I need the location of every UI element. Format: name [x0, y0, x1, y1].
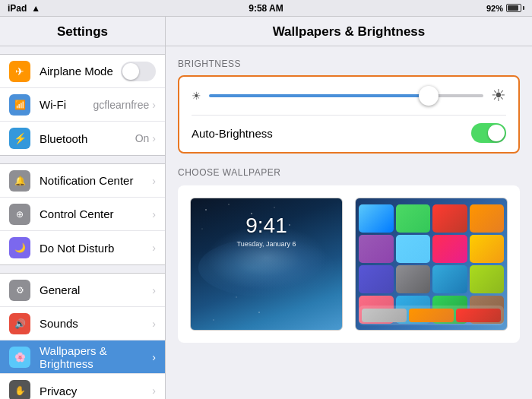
privacy-label: Privacy	[40, 385, 149, 397]
svg-point-5	[289, 224, 290, 226]
sidebar-item-wifi[interactable]: 📶 Wi-Fi gcflearnfree ›	[0, 88, 165, 122]
sidebar-item-wallpaper[interactable]: 🌸 Wallpapers & Brightness ›	[0, 340, 165, 374]
content-body: BRIGHTNESS ☀ ☀ Auto-Brightness	[166, 46, 532, 355]
airplane-label: Airplane Mode	[40, 65, 121, 78]
app-icon	[470, 265, 505, 293]
svg-point-7	[258, 312, 260, 313]
general-label: General	[40, 283, 149, 296]
svg-point-4	[201, 228, 202, 229]
wallpaper-chevron: ›	[152, 351, 156, 363]
app-icon	[470, 235, 505, 263]
wallpaper-icon: 🌸	[9, 347, 30, 368]
app-icon	[396, 265, 431, 293]
privacy-icon: ✋	[9, 380, 30, 399]
content-area: Wallpapers & Brightness BRIGHTNESS ☀ ☀ A…	[166, 17, 532, 399]
dock-icon	[456, 309, 501, 322]
sidebar-group-preferences: ⚙ General › 🔊 Sounds › 🌸 Wallpapers & Br…	[0, 273, 165, 399]
svg-point-1	[228, 204, 230, 205]
sidebar-title: Settings	[0, 17, 165, 46]
dnd-chevron: ›	[152, 242, 156, 254]
sidebar: Settings ✈ Airplane Mode 📶 Wi-Fi gcflear…	[0, 17, 166, 399]
dnd-icon: 🌙	[9, 237, 30, 258]
svg-point-3	[274, 207, 275, 208]
wifi-icon: ▲	[31, 3, 40, 14]
svg-point-6	[236, 296, 237, 298]
app-icon	[470, 204, 505, 233]
dnd-label: Do Not Disturb	[40, 242, 149, 255]
content-title: Wallpapers & Brightness	[166, 17, 532, 46]
status-time: 9:58 AM	[249, 3, 283, 14]
privacy-chevron: ›	[152, 385, 156, 397]
notification-label: Notification Center	[40, 174, 149, 187]
wifi-label: Wi-Fi	[40, 98, 93, 111]
auto-brightness-row: Auto-Brightness	[192, 115, 506, 143]
wallpaper-label: Wallpapers & Brightness	[40, 344, 149, 370]
sounds-label: Sounds	[40, 317, 149, 330]
sidebar-item-bluetooth[interactable]: ⚡ Bluetooth On ›	[0, 122, 165, 155]
lockscreen-wallpaper[interactable]: 9:41 Tuesday, January 6	[190, 198, 343, 331]
control-label: Control Center	[40, 207, 149, 220]
bluetooth-value: On	[135, 132, 150, 144]
battery-percent: 92%	[486, 4, 503, 13]
device-label: iPad	[8, 3, 27, 14]
battery-icon	[506, 4, 524, 12]
bluetooth-chevron: ›	[152, 132, 156, 144]
auto-brightness-toggle[interactable]	[471, 123, 506, 143]
notification-chevron: ›	[152, 175, 156, 187]
bluetooth-icon: ⚡	[9, 128, 30, 149]
auto-brightness-label: Auto-Brightness	[192, 127, 273, 140]
sun-large-icon: ☀	[491, 86, 506, 106]
status-left: iPad ▲	[8, 3, 40, 14]
sun-small-icon: ☀	[192, 90, 201, 102]
control-chevron: ›	[152, 208, 156, 220]
status-right: 92%	[486, 4, 524, 13]
brightness-section-label: BRIGHTNESS	[178, 59, 520, 69]
sidebar-group-connectivity: ✈ Airplane Mode 📶 Wi-Fi gcflearnfree › ⚡	[0, 54, 165, 156]
sidebar-item-privacy[interactable]: ✋ Privacy ›	[0, 374, 165, 399]
dock-icon	[409, 309, 454, 322]
app-icon	[432, 265, 467, 293]
sidebar-item-dnd[interactable]: 🌙 Do Not Disturb ›	[0, 231, 165, 264]
app-icon	[432, 204, 467, 233]
airplane-toggle[interactable]	[121, 62, 156, 81]
status-bar: iPad ▲ 9:58 AM 92%	[0, 0, 532, 17]
sidebar-item-airplane[interactable]: ✈ Airplane Mode	[0, 55, 165, 88]
homescreen-wallpaper[interactable]	[355, 198, 508, 331]
notification-icon: 🔔	[9, 170, 30, 192]
sidebar-group-system: 🔔 Notification Center › ⊕ Control Center…	[0, 163, 165, 265]
brightness-section: ☀ ☀ Auto-Brightness	[178, 75, 520, 154]
app-icon	[432, 235, 467, 263]
bluetooth-label: Bluetooth	[40, 132, 135, 145]
airplane-icon: ✈	[9, 61, 30, 82]
wallpaper-section: CHOOSE WALLPAPER 9:41 Tuesday, January 6	[178, 167, 520, 343]
sidebar-item-general[interactable]: ⚙ General ›	[0, 274, 165, 307]
sidebar-item-control[interactable]: ⊕ Control Center ›	[0, 198, 165, 231]
app-icon	[359, 265, 394, 293]
brightness-slider-row: ☀ ☀	[192, 86, 506, 106]
wallpaper-section-label: CHOOSE WALLPAPER	[178, 167, 520, 178]
app-icon	[359, 204, 394, 233]
dock-icon	[362, 309, 407, 322]
svg-point-8	[213, 319, 214, 320]
app-icon	[396, 204, 431, 233]
svg-point-2	[251, 213, 252, 214]
wifi-icon: 📶	[9, 94, 30, 116]
control-icon: ⊕	[9, 204, 30, 225]
app-icon	[396, 235, 431, 263]
brightness-slider[interactable]	[209, 94, 483, 97]
general-icon: ⚙	[9, 280, 30, 301]
wifi-value: gcflearnfree	[93, 99, 149, 111]
svg-point-0	[205, 209, 207, 211]
sidebar-item-sounds[interactable]: 🔊 Sounds ›	[0, 307, 165, 340]
main-container: Settings ✈ Airplane Mode 📶 Wi-Fi gcflear…	[0, 17, 532, 399]
slider-thumb[interactable]	[419, 86, 439, 106]
sidebar-item-notification[interactable]: 🔔 Notification Center ›	[0, 164, 165, 198]
wifi-chevron: ›	[152, 99, 156, 111]
sounds-chevron: ›	[152, 318, 156, 330]
dock	[359, 306, 504, 325]
sounds-icon: 🔊	[9, 313, 30, 334]
wallpaper-grid: 9:41 Tuesday, January 6	[178, 185, 520, 343]
general-chevron: ›	[152, 284, 156, 296]
app-icon	[359, 235, 394, 263]
